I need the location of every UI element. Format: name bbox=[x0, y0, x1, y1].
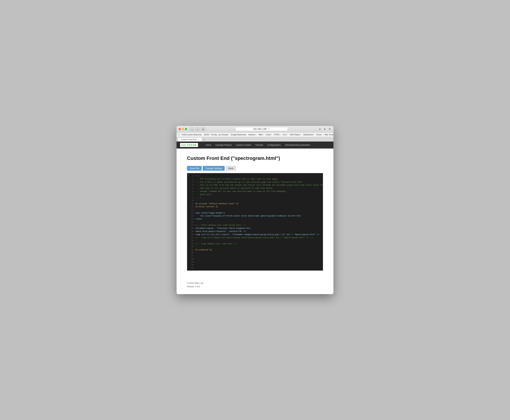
code-line: 30 bbox=[187, 263, 323, 266]
code-line: 29 bbox=[187, 260, 323, 263]
bm-food[interactable]: Food▾ bbox=[265, 133, 272, 136]
line-number: 21 bbox=[190, 236, 195, 239]
line-number: 23 bbox=[190, 242, 195, 245]
line-number: 17 bbox=[190, 224, 195, 226]
footer: © 2018 Xilinx, Inc. Version: 1.0.0 bbox=[177, 278, 333, 294]
bm-arduino[interactable]: Arduino▾ bbox=[247, 133, 257, 136]
nav-custom-content[interactable]: Custom Content bbox=[236, 144, 251, 146]
close-button[interactable] bbox=[179, 128, 181, 130]
windows-icon[interactable]: ⧉ bbox=[328, 127, 331, 131]
line-number: 16 bbox=[190, 221, 195, 224]
tab-close-icon[interactable]: ✕ bbox=[197, 138, 199, 141]
line-code: <div class="page-header"> bbox=[195, 211, 322, 215]
line-number: 1 bbox=[190, 174, 195, 177]
code-line: 7 - Good luck! bbox=[187, 193, 323, 196]
titlebar: ‹ › ⊞ 192.168.1.188 ↻ ⬇ ⬆ ⧉ bbox=[177, 126, 333, 133]
page-content: Custom Front End ("spectrogram.html") Sa… bbox=[177, 149, 333, 278]
page-title: Custom Front End ("spectrogram.html") bbox=[187, 156, 323, 161]
bm-fun[interactable]: Fun▾ bbox=[282, 133, 288, 136]
code-line: 10{% extends "Default/default.html" %} bbox=[187, 202, 323, 205]
logo-text: ULTRA96 bbox=[183, 143, 197, 146]
code-line: 18<h1>Spectrogram - Transient Chirp Exam… bbox=[187, 227, 323, 230]
address-bar[interactable]: 192.168.1.188 ↻ bbox=[235, 127, 288, 131]
code-line: 26 bbox=[187, 251, 323, 254]
line-number: 14 bbox=[190, 214, 195, 217]
code-line: 13<div class="page-header"> bbox=[187, 211, 323, 215]
bm-bills[interactable]: Bills▾ bbox=[258, 133, 264, 136]
maximize-button[interactable] bbox=[185, 128, 187, 130]
traffic-lights bbox=[179, 128, 187, 130]
logo-slash: / bbox=[181, 144, 182, 146]
line-number: 8 bbox=[190, 196, 195, 199]
code-line: 5 - Add code in the sections where it me… bbox=[187, 187, 323, 190]
site-logo: / ULTRA96 bbox=[180, 143, 198, 147]
code-line: 2 - The following will briefly explain h… bbox=[187, 177, 323, 180]
browser-window: ‹ › ⊞ 192.168.1.188 ↻ ⬇ ⬆ ⧉ ⠿ Pulse Lars… bbox=[177, 126, 333, 294]
line-code: <img src="{{ url_for('static', filename=… bbox=[195, 233, 322, 236]
nav-example-projects[interactable]: Example Projects bbox=[216, 144, 232, 146]
nav-information[interactable]: Information/Documentation bbox=[285, 144, 310, 146]
bm-pulse-larsen[interactable]: Pulse Larsen Antennas bbox=[181, 133, 202, 136]
line-code: {% endblock %} bbox=[195, 248, 322, 251]
minimize-button[interactable] bbox=[182, 128, 184, 130]
line-number: 5 bbox=[190, 187, 195, 190]
line-number: 29 bbox=[190, 260, 195, 263]
address-bar-wrap: 192.168.1.188 ↻ bbox=[207, 127, 317, 131]
bm-gnu-radio[interactable]: GNU Radio▾ bbox=[289, 133, 302, 136]
line-number: 27 bbox=[190, 255, 195, 257]
line-code: <!-- Stop adding your code here --> bbox=[195, 242, 322, 245]
line-gutter: f bbox=[188, 174, 190, 177]
tab-title: Custom Front End bbox=[181, 138, 196, 141]
tab-view-button[interactable]: ⊞ bbox=[201, 127, 205, 131]
code-line: f1<!-- bbox=[187, 174, 323, 177]
line-number: 11 bbox=[190, 205, 195, 208]
line-number: 9 bbox=[190, 199, 195, 202]
line-number: 24 bbox=[190, 245, 195, 248]
line-code: <!-- bbox=[195, 174, 322, 177]
forward-nav-button[interactable]: › bbox=[195, 127, 200, 131]
line-number: 26 bbox=[190, 251, 195, 254]
bm-wanderlust[interactable]: Wanderlust▾ bbox=[302, 133, 315, 136]
line-code: <h1>Spectrogram - Transient Chirp Exampl… bbox=[195, 227, 322, 230]
code-line: 23<!-- Stop adding your code here --> bbox=[187, 242, 323, 245]
active-tab[interactable]: Custom Front End ✕ bbox=[178, 138, 202, 141]
line-code: {% block content %} bbox=[195, 205, 322, 208]
download-icon[interactable]: ⬇ bbox=[318, 127, 322, 131]
save-file-button[interactable]: Save File bbox=[187, 166, 202, 171]
line-number: 2 bbox=[190, 177, 195, 180]
line-code: </div> bbox=[195, 218, 322, 221]
nav-configurations[interactable]: Configurations bbox=[267, 144, 281, 146]
nav-home[interactable]: Home bbox=[206, 144, 211, 146]
line-number: 15 bbox=[190, 218, 195, 220]
bm-google-bookmark[interactable]: Google Bookmark bbox=[230, 133, 247, 136]
bm-fpga[interactable]: FPGA▾ bbox=[273, 133, 281, 136]
nav-tutorials[interactable]: Tutorials bbox=[255, 144, 263, 146]
back-button[interactable]: Back bbox=[226, 166, 236, 171]
bm-kona[interactable]: Kona▾ bbox=[316, 133, 323, 136]
new-tab-button[interactable]: + bbox=[202, 138, 205, 141]
line-number: 12 bbox=[190, 208, 195, 211]
share-icon[interactable]: ⬆ bbox=[323, 127, 326, 131]
code-editor[interactable]: f1<!--2 - The following will briefly exp… bbox=[187, 173, 323, 270]
code-line: 22 bbox=[187, 239, 323, 242]
line-number: 3 bbox=[190, 180, 195, 184]
reload-icon[interactable]: ↻ bbox=[268, 128, 270, 130]
back-nav-button[interactable]: ‹ bbox=[190, 127, 194, 131]
change-settings-button[interactable]: Change Settings bbox=[203, 166, 225, 171]
line-code: - Add code in the sections where it ment… bbox=[195, 187, 322, 190]
line-code: <!-- Start adding your code below here -… bbox=[195, 224, 322, 227]
line-number: 13 bbox=[190, 211, 195, 214]
bm-mac-troubleshooting[interactable]: Mac Troubleshooting▾ bbox=[324, 133, 333, 136]
code-line: 17<!-- Start adding your code below here… bbox=[187, 224, 323, 227]
line-code: <meta http-equiv="explore" content="B" /… bbox=[195, 230, 322, 233]
code-line: 25{% endblock %} bbox=[187, 248, 323, 251]
line-number: 28 bbox=[190, 257, 195, 260]
footer-copyright: © 2018 Xilinx, Inc. bbox=[187, 282, 323, 284]
code-line: 31 bbox=[187, 266, 323, 269]
line-code: - Good luck! bbox=[195, 193, 322, 196]
line-code: <h1 class="display-4"><b>{% block title … bbox=[195, 214, 322, 218]
tab-bar: Custom Front End ✕ + bbox=[177, 137, 333, 142]
bm-aces[interactable]: ACES - The Ap...tics Society bbox=[203, 133, 229, 136]
line-number: 7 bbox=[190, 193, 195, 196]
code-line: 12 bbox=[187, 208, 323, 211]
